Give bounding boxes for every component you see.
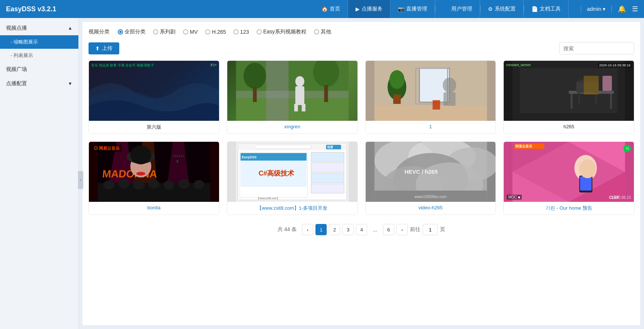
sidebar-item-thumbnail[interactable]: - 缩略图展示 [0, 35, 78, 49]
video-card-4[interactable]: ◎ 网易云音乐 [89, 141, 219, 215]
thumb-watermark-6: www.h265files.com [414, 195, 447, 199]
nav-live[interactable]: 📷 直播管理 [390, 0, 435, 18]
nav-users[interactable]: 👤 用户管理 [435, 0, 480, 18]
video-title-4: bonita [89, 202, 219, 213]
doc-icon: 📄 [531, 6, 538, 12]
video-title-0: 第六版 [89, 121, 219, 134]
video-card-3[interactable]: 2020-10-16 09:38:16 constant_sensor [503, 60, 634, 134]
nav-home[interactable]: 🏠 首页 [314, 0, 348, 18]
filter-option-easy[interactable]: Easy系列视频教程 [254, 28, 309, 36]
sidebar-collapse-handle[interactable]: ‹ [78, 171, 83, 189]
page-btn-6[interactable]: 6 [383, 224, 394, 235]
hamburger-icon[interactable]: ☰ [632, 5, 638, 13]
filter-other-label: 其他 [321, 29, 331, 35]
sidebar-group-plaza[interactable]: 视频广场 [0, 62, 78, 77]
video-thumb-4: ◎ 网易云音乐 [89, 142, 219, 202]
green-dot-7: 직 [623, 145, 631, 152]
svg-point-19 [443, 78, 456, 93]
header-right: admin ▾ 🔔 ☰ [575, 5, 638, 13]
page-btn-3[interactable]: 3 [342, 224, 354, 235]
svg-text:C#高级技术: C#高级技术 [258, 169, 294, 177]
filter-series-label: 系列剧 [160, 29, 176, 35]
main-nav: 🏠 首页 ▶ 点播服务 📷 直播管理 👤 用户管理 ⚙ 系统配置 📄 文档工具 [314, 0, 569, 18]
video-card-6[interactable]: HEVC / h265 www.h265files.com video-h265 [365, 141, 496, 215]
svg-point-44 [178, 179, 189, 189]
svg-rect-32 [603, 76, 612, 91]
svg-point-16 [389, 70, 404, 89]
admin-menu[interactable]: admin ▾ [587, 6, 605, 12]
filter-option-other[interactable]: 其他 [312, 28, 333, 36]
radio-all [118, 29, 123, 35]
filter-option-h265[interactable]: H.265 [203, 28, 228, 36]
sidebar-group-vod-config[interactable]: 点播配置 ▼ [0, 77, 78, 91]
video-title-2: 1 [366, 121, 496, 132]
thumb-mdc-7: MDC ■ [507, 195, 522, 200]
video-grid: 音乐·情品质 叙事·字幕·含金币 视频·唱歌子 E1+ 第六版 [89, 60, 634, 215]
nav-config[interactable]: ⚙ 系统配置 [480, 0, 524, 18]
svg-rect-30 [578, 93, 580, 104]
layout: 视频点播 ▲ - 缩略图展示 - 列表展示 视频广场 点播配置 ▼ ‹ 视频分类 [0, 18, 644, 329]
filter-option-123[interactable]: 123 [231, 28, 251, 36]
sidebar-group-video-playback[interactable]: 视频点播 ▲ [0, 21, 78, 35]
page-btn-4[interactable]: 4 [356, 224, 367, 235]
nav-vod[interactable]: ▶ 点播服务 [348, 0, 390, 18]
sidebar: 视频点播 ▲ - 缩略图展示 - 列表展示 视频广场 点播配置 ▼ ‹ [0, 18, 79, 329]
admin-name: admin [587, 6, 601, 12]
page-btn-2[interactable]: 2 [329, 224, 340, 235]
search-input[interactable] [560, 43, 633, 54]
filter-mv-label: MV [190, 29, 198, 35]
nav-docs[interactable]: 📄 文档工具 [524, 0, 569, 18]
video-card-2[interactable]: 1 [365, 60, 496, 134]
video-thumb-2 [366, 61, 496, 121]
header: EasyDSS v3.2.1 🏠 首页 ▶ 点播服务 📷 直播管理 👤 用户管理… [0, 0, 644, 18]
svg-rect-22 [432, 100, 440, 110]
collapse-vod-icon: ▲ [68, 26, 72, 31]
collapse-config-icon: ▼ [68, 81, 72, 86]
filter-option-mv[interactable]: MV [181, 28, 200, 36]
storm-svg: HEVC / h265 [366, 142, 496, 202]
page-suffix: 页 [440, 226, 445, 233]
svg-point-39 [103, 180, 114, 189]
nav-docs-label: 文档工具 [540, 6, 561, 12]
filter-label: 视频分类 [89, 29, 110, 35]
main-content: 视频分类 全部分类 系列剧 MV H.265 [79, 18, 644, 329]
video-card-1[interactable]: xingren [227, 60, 358, 134]
filter-option-all[interactable]: 全部分类 [116, 28, 148, 36]
svg-text:【www.zxit8.com】: 【www.zxit8.com】 [257, 197, 279, 200]
music-svg: 阿里云音乐 [504, 142, 634, 202]
next-page-button[interactable]: › [396, 224, 408, 235]
video-card-7[interactable]: 직 [503, 141, 634, 215]
svg-text:阿里云音乐: 阿里云音乐 [516, 144, 533, 148]
user-icon: 👤 [443, 6, 449, 12]
svg-rect-11 [324, 85, 328, 102]
goto-input[interactable] [423, 224, 438, 235]
thumb-logo-4: ◎ 网易云音乐 [92, 145, 122, 152]
video-card-0[interactable]: 音乐·情品质 叙事·字幕·含金币 视频·唱歌子 E1+ 第六版 [89, 60, 219, 134]
video-card-5[interactable]: 迅雷 EasyDSS C#高级技术 [227, 141, 358, 215]
toolbar: ⬆ 上传 🔍 [89, 42, 634, 54]
bell-icon[interactable]: 🔔 [618, 5, 626, 13]
filter-option-series[interactable]: 系列剧 [151, 28, 178, 36]
radio-mv [183, 29, 188, 35]
video-thumb-3: 2020-10-16 09:38:16 constant_sensor [504, 61, 634, 121]
prev-page-button[interactable]: ‹ [302, 224, 313, 235]
video-thumb-1 [227, 61, 357, 121]
ppt-svg: 迅雷 EasyDSS C#高级技术 [227, 142, 357, 202]
thumb-tag-0: E1+ [210, 63, 216, 67]
garden-svg [227, 61, 357, 121]
svg-rect-64 [311, 152, 344, 162]
sidebar-item-list[interactable]: - 列表展示 [0, 49, 78, 62]
upload-button[interactable]: ⬆ 上传 [89, 42, 119, 54]
video-title-7: 기린 - Our home 预告 [504, 202, 634, 215]
svg-point-45 [194, 180, 204, 189]
svg-text:迅雷: 迅雷 [327, 146, 333, 149]
filter-123-label: 123 [240, 29, 249, 35]
page-btn-1[interactable]: 1 [315, 224, 327, 235]
search-button[interactable]: 🔍 [633, 42, 634, 54]
upload-icon: ⬆ [95, 45, 100, 51]
radio-other [314, 29, 319, 35]
svg-rect-5 [295, 86, 304, 105]
svg-point-52 [136, 172, 145, 176]
svg-rect-10 [253, 87, 257, 102]
video-thumb-7: 직 [504, 142, 634, 202]
